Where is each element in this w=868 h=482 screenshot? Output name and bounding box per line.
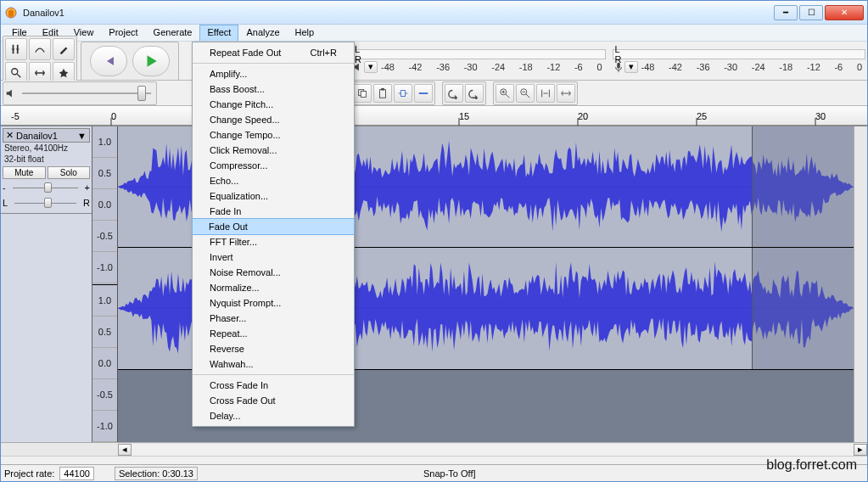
meter-r-label: R — [355, 54, 361, 64]
effect-item[interactable]: Cross Fade In — [193, 378, 354, 393]
gain-slider[interactable]: -+ — [3, 181, 90, 194]
input-db-scale: -48-42-36-30-24-18-12-60 — [638, 62, 866, 72]
effect-item[interactable]: Equalization... — [193, 188, 354, 204]
maximize-button[interactable]: ☐ — [799, 5, 823, 20]
input-meter: LR — [613, 49, 866, 59]
effect-item[interactable]: Amplify... — [193, 66, 354, 81]
track-menu-icon[interactable]: ▼ — [77, 131, 87, 141]
effect-item[interactable]: Change Tempo... — [193, 127, 354, 143]
speaker-icon-2 — [5, 87, 17, 99]
output-volume-slider[interactable] — [19, 84, 154, 103]
effect-item[interactable]: Repeat... — [193, 326, 354, 341]
effect-item[interactable]: FFT Filter... — [193, 234, 354, 249]
fit-selection-button[interactable] — [536, 84, 555, 103]
close-button[interactable]: ✕ — [825, 5, 864, 20]
envelope-tool[interactable] — [29, 38, 51, 60]
horizontal-scrollbar[interactable]: ◂ ▸ — [1, 442, 867, 456]
watermark: blog.forret.com — [766, 457, 857, 473]
trim-button[interactable] — [394, 84, 412, 103]
meter-l-label: L — [355, 44, 361, 54]
pan-slider[interactable]: LR — [3, 196, 90, 210]
undo-tools — [442, 81, 486, 105]
mute-button[interactable]: Mute — [3, 166, 46, 179]
effect-repeat-last[interactable]: Repeat Fade OutCtrl+R — [193, 45, 354, 60]
statusbar: Project rate: 44100 Selection: 0:30.13 S… — [1, 464, 867, 481]
menu-help[interactable]: Help — [288, 25, 322, 41]
effect-item[interactable]: Normalize... — [193, 280, 354, 295]
svg-rect-6 — [361, 91, 366, 97]
output-db-scale: -48-42-36-30-24-18-12-60 — [378, 62, 606, 72]
effect-item[interactable]: Fade In — [193, 204, 354, 219]
effect-item[interactable]: Fade Out — [192, 218, 355, 235]
effect-item[interactable]: Click Removal... — [193, 143, 354, 158]
meter-r-label-2: R — [615, 54, 622, 64]
menubar: File Edit View Project Generate Effect A… — [1, 25, 867, 42]
effect-item[interactable]: Change Pitch... — [193, 97, 354, 112]
vertical-scrollbar[interactable] — [854, 126, 867, 442]
effect-item[interactable]: Cross Fade Out — [193, 393, 354, 408]
effect-dropdown: Repeat Fade OutCtrl+R Amplify...Bass Boo… — [192, 42, 355, 427]
input-dropdown[interactable]: ▾ — [624, 61, 638, 73]
track-name: Danailov1 — [16, 131, 75, 141]
redo-button[interactable] — [465, 84, 484, 103]
track-header[interactable]: ✕ Danailov1 ▼ — [3, 128, 90, 143]
menu-project[interactable]: Project — [101, 25, 145, 41]
effect-item[interactable]: Compressor... — [193, 158, 354, 173]
menu-generate[interactable]: Generate — [146, 25, 200, 41]
zoom-tools — [493, 81, 578, 105]
meter-l-label-2: L — [615, 44, 622, 54]
output-dropdown[interactable]: ▾ — [364, 61, 378, 73]
selection-region-2 — [752, 248, 854, 368]
track-format: Stereo, 44100Hz — [3, 143, 90, 154]
menu-effect[interactable]: Effect — [199, 25, 238, 41]
paste-button[interactable] — [373, 84, 392, 103]
effect-item[interactable]: Invert — [193, 249, 354, 265]
draw-tool[interactable] — [53, 38, 75, 60]
selection-display: Selection: 0:30.13 — [115, 467, 198, 480]
selection-tool[interactable] — [5, 38, 27, 60]
play-button[interactable] — [132, 46, 170, 76]
track-area: ✕ Danailov1 ▼ Stereo, 44100Hz 32-bit flo… — [1, 126, 867, 442]
selection-region — [752, 126, 854, 247]
volume-sliders — [3, 81, 157, 105]
project-rate-label: Project rate: — [4, 468, 54, 479]
effect-item[interactable]: Reverse — [193, 341, 354, 356]
timeline-ruler[interactable]: -5 0 15 20 25 30 — [1, 106, 867, 126]
svg-point-1 — [12, 68, 18, 74]
effect-item[interactable]: Phaser... — [193, 311, 354, 326]
project-rate-value[interactable]: 44100 — [59, 467, 94, 480]
silence-button[interactable] — [414, 84, 433, 103]
minimize-button[interactable]: ━ — [774, 5, 798, 20]
scroll-right-button[interactable]: ▸ — [854, 444, 867, 456]
svg-rect-8 — [381, 87, 384, 90]
titlebar: Danailov1 ━ ☐ ✕ — [1, 1, 867, 25]
track-control-panel: ✕ Danailov1 ▼ Stereo, 44100Hz 32-bit flo… — [1, 126, 92, 214]
transport-group — [81, 42, 179, 81]
undo-button[interactable] — [445, 84, 463, 103]
solo-button[interactable]: Solo — [48, 166, 91, 179]
snap-status: Snap-To Off] — [423, 468, 476, 479]
skip-start-button[interactable] — [90, 46, 127, 76]
tools-group — [3, 36, 77, 87]
effect-item[interactable]: Nyquist Prompt... — [193, 295, 354, 311]
copy-button[interactable] — [353, 84, 372, 103]
track-close-icon[interactable]: ✕ — [6, 130, 14, 141]
window-title: Danailov1 — [23, 8, 774, 18]
fit-project-button[interactable] — [557, 84, 575, 103]
effect-item[interactable]: Noise Removal... — [193, 265, 354, 280]
app-icon — [4, 6, 18, 20]
zoom-in-button[interactable] — [496, 84, 514, 103]
output-meter: LR — [352, 49, 606, 59]
effect-item[interactable]: Wahwah... — [193, 356, 354, 372]
menu-analyze[interactable]: Analyze — [238, 25, 287, 41]
effect-item[interactable]: Delay... — [193, 408, 354, 423]
vertical-scale: 1.00.50.0-0.5-1.0 1.00.50.0-0.5-1.0 — [92, 126, 118, 442]
effect-item[interactable]: Echo... — [193, 173, 354, 188]
svg-rect-7 — [380, 89, 386, 98]
effect-item[interactable]: Change Speed... — [193, 112, 354, 127]
track-bits: 32-bit float — [3, 154, 90, 165]
zoom-out-button[interactable] — [516, 84, 535, 103]
effect-item[interactable]: Bass Boost... — [193, 81, 354, 97]
scroll-left-button[interactable]: ◂ — [118, 444, 132, 456]
